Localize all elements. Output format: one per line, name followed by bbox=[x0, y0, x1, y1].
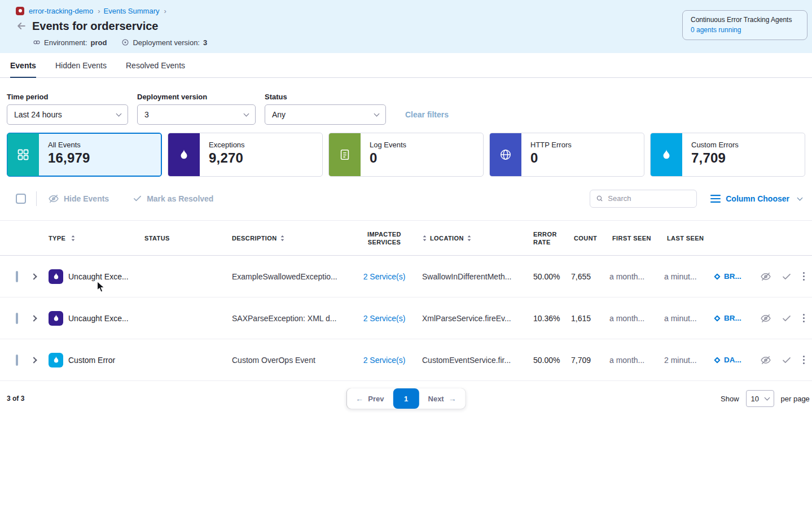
breadcrumb-events-summary[interactable]: Events Summary bbox=[104, 7, 166, 15]
page-header: error-tracking-demo Events Summary Event… bbox=[0, 0, 812, 53]
title-row: Events for orderservice bbox=[16, 18, 222, 34]
chevron-down-icon bbox=[244, 111, 249, 117]
sort-icon bbox=[467, 235, 472, 242]
hide-event-icon[interactable] bbox=[760, 355, 771, 366]
resolve-event-icon[interactable] bbox=[782, 272, 792, 282]
row-checkbox[interactable] bbox=[16, 355, 18, 366]
card-all-events[interactable]: All Events 16,979 bbox=[7, 133, 162, 177]
agents-status-link[interactable]: 0 agents running bbox=[691, 26, 799, 34]
hide-events-label: Hide Events bbox=[64, 194, 109, 203]
card-exceptions[interactable]: Exceptions 9,270 bbox=[168, 133, 323, 177]
column-header-error-rate: ERROR RATE bbox=[520, 230, 562, 246]
project-logo-icon bbox=[16, 7, 24, 15]
impacted-services-link[interactable]: 2 Service(s) bbox=[363, 272, 406, 281]
card-value: 16,979 bbox=[48, 150, 90, 166]
tab-resolved-events[interactable]: Resolved Events bbox=[126, 53, 185, 77]
page-size-select[interactable]: 10 bbox=[746, 390, 774, 407]
card-label: Log Events bbox=[370, 141, 406, 149]
exception-flame-icon bbox=[49, 311, 63, 326]
sort-icon bbox=[280, 235, 285, 242]
event-location: CustomEventService.fir... bbox=[415, 356, 520, 365]
version-link[interactable]: BR... bbox=[715, 314, 745, 322]
version-link[interactable]: BR... bbox=[715, 272, 745, 281]
header-meta: Environment: prod Deployment version: 3 bbox=[33, 37, 222, 47]
select-all-checkbox[interactable] bbox=[16, 194, 26, 204]
impacted-services-link[interactable]: 2 Service(s) bbox=[363, 356, 406, 365]
deployment-meta: Deployment version: 3 bbox=[121, 38, 207, 47]
card-log-events[interactable]: Log Events 0 bbox=[328, 133, 484, 177]
column-chooser-button[interactable]: Column Chooser bbox=[710, 194, 802, 203]
agents-title: Continuous Error Tracking Agents bbox=[691, 16, 799, 24]
resolve-event-icon[interactable] bbox=[782, 313, 792, 323]
per-page-label: per page bbox=[781, 395, 810, 403]
tab-events[interactable]: Events bbox=[10, 53, 36, 77]
deployment-label: Deployment version: bbox=[133, 38, 200, 47]
row-menu-icon[interactable] bbox=[802, 313, 806, 323]
deployment-version-select[interactable]: 3 bbox=[137, 104, 256, 125]
row-checkbox[interactable] bbox=[16, 313, 18, 324]
event-row: Custom Error Custom OverOps Event 2 Serv… bbox=[0, 339, 812, 381]
event-first-seen: a month... bbox=[596, 314, 649, 323]
card-http-errors[interactable]: HTTP Errors 0 bbox=[489, 133, 644, 177]
next-page-button[interactable]: Next → bbox=[419, 388, 466, 409]
chevron-right-icon[interactable] bbox=[30, 357, 37, 363]
status-label: Status bbox=[265, 93, 386, 101]
tab-hidden-events[interactable]: Hidden Events bbox=[55, 53, 107, 77]
column-label: ERROR RATE bbox=[533, 230, 562, 246]
hide-event-icon[interactable] bbox=[760, 313, 771, 324]
breadcrumb: error-tracking-demo Events Summary bbox=[16, 6, 222, 16]
row-menu-icon[interactable] bbox=[802, 271, 806, 282]
arrow-left-icon: ← bbox=[355, 394, 363, 403]
back-button[interactable] bbox=[16, 20, 27, 32]
card-label: All Events bbox=[48, 141, 90, 149]
column-header-count[interactable]: COUNT bbox=[562, 234, 596, 242]
column-header-first-seen[interactable]: FIRST SEEN bbox=[596, 234, 649, 242]
column-header-location[interactable]: LOCATION bbox=[415, 234, 520, 242]
search-input[interactable] bbox=[608, 194, 691, 203]
column-header-description[interactable]: DESCRIPTION bbox=[232, 234, 353, 242]
hide-event-icon[interactable] bbox=[760, 271, 771, 282]
resolve-event-icon[interactable] bbox=[782, 355, 792, 365]
mark-resolved-button[interactable]: Mark as Resolved bbox=[133, 194, 213, 203]
filter-bar: Time period Last 24 hours Deployment ver… bbox=[0, 78, 812, 125]
column-header-type[interactable]: TYPE bbox=[49, 234, 144, 242]
environment-label: Environment: bbox=[44, 38, 87, 47]
impacted-services-link[interactable]: 2 Service(s) bbox=[363, 314, 406, 323]
tab-bar: Events Hidden Events Resolved Events bbox=[0, 53, 812, 78]
event-type: Uncaught Exce... bbox=[68, 314, 129, 323]
clear-filters-button[interactable]: Clear filters bbox=[405, 110, 449, 125]
chevron-right-icon[interactable] bbox=[30, 315, 37, 321]
current-page-button[interactable]: 1 bbox=[393, 388, 419, 409]
version-link[interactable]: DA... bbox=[715, 356, 745, 364]
chevron-down-icon bbox=[764, 395, 770, 401]
card-value: 0 bbox=[530, 150, 572, 166]
column-label: LAST SEEN bbox=[667, 234, 704, 242]
chevron-right-icon[interactable] bbox=[30, 273, 37, 279]
column-chooser-label: Column Chooser bbox=[726, 194, 789, 203]
environment-icon bbox=[33, 38, 41, 46]
custom-error-flame-icon bbox=[49, 353, 63, 367]
card-label: Exceptions bbox=[209, 141, 245, 149]
stat-cards: All Events 16,979 Exceptions 9,270 Log E… bbox=[0, 125, 812, 177]
time-period-select[interactable]: Last 24 hours bbox=[7, 104, 128, 125]
row-menu-icon[interactable] bbox=[802, 355, 806, 365]
breadcrumb-project[interactable]: error-tracking-demo bbox=[29, 7, 100, 15]
table-header: TYPE STATUS DESCRIPTION IMPACTED SERVICE… bbox=[0, 221, 812, 256]
deployment-version-value: 3 bbox=[144, 110, 149, 119]
show-label: Show bbox=[721, 395, 739, 403]
prev-page-button[interactable]: ← Prev bbox=[346, 388, 393, 409]
row-checkbox[interactable] bbox=[16, 271, 18, 282]
hide-events-button[interactable]: Hide Events bbox=[48, 193, 109, 204]
search-icon bbox=[596, 194, 603, 203]
column-header-last-seen[interactable]: LAST SEEN bbox=[649, 234, 700, 242]
version-label: DA... bbox=[724, 356, 741, 364]
card-label: Custom Errors bbox=[691, 141, 739, 149]
environment-meta: Environment: prod bbox=[33, 38, 107, 47]
table-footer: 3 of 3 ← Prev 1 Next → Show 10 per page bbox=[0, 381, 812, 416]
page-size-value: 10 bbox=[751, 395, 759, 403]
status-select[interactable]: Any bbox=[265, 104, 386, 125]
card-custom-errors[interactable]: Custom Errors 7,709 bbox=[650, 133, 805, 177]
event-error-rate: 10.36% bbox=[520, 314, 562, 323]
event-count: 7,709 bbox=[562, 356, 596, 365]
time-period-value: Last 24 hours bbox=[14, 110, 62, 119]
